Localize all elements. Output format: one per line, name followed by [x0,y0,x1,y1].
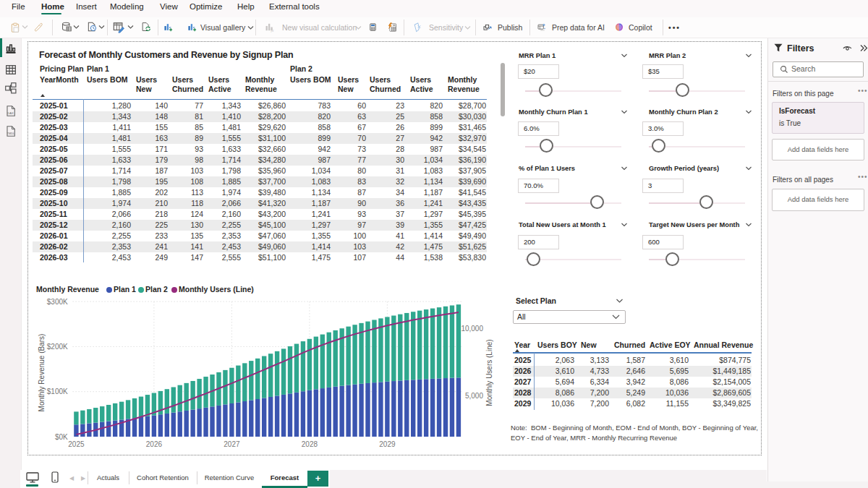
svg-text:2029: 2029 [379,440,396,448]
svg-text:5,000: 5,000 [465,392,483,400]
svg-text:2026: 2026 [146,440,163,448]
svg-text:10,000: 10,000 [461,325,483,333]
svg-text:fx: fx [271,28,275,33]
svg-text:$100K: $100K [47,388,68,395]
svg-text:DAX: DAX [7,111,14,115]
svg-text:2027: 2027 [224,440,240,448]
svg-text:$0K: $0K [55,433,68,441]
svg-text:$300K: $300K [47,298,68,306]
svg-text:2028: 2028 [302,440,318,448]
svg-text:$200K: $200K [47,343,68,351]
svg-text:TMDL: TMDL [7,132,15,135]
svg-text:2025: 2025 [68,440,85,448]
